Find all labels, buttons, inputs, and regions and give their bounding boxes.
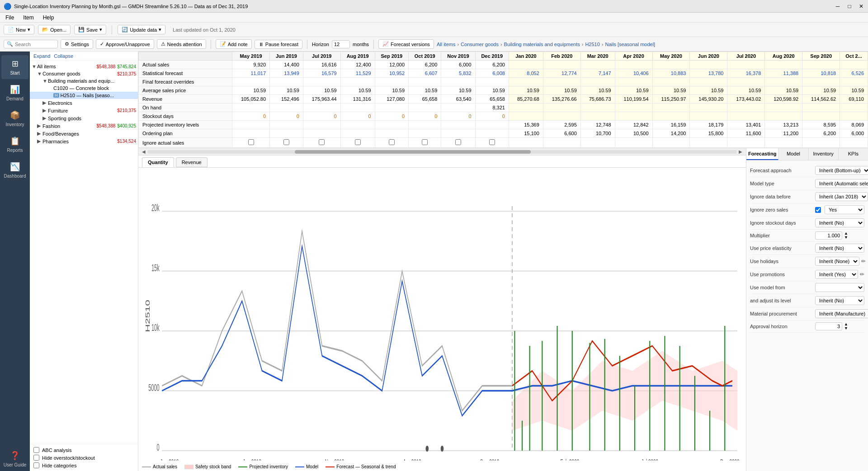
table-cell[interactable] bbox=[375, 138, 408, 148]
rp-select[interactable] bbox=[815, 283, 864, 292]
spin-down[interactable]: ▼ bbox=[844, 326, 848, 330]
tree-toggle[interactable]: ▶ bbox=[42, 100, 48, 106]
ignore-sales-checkbox[interactable] bbox=[319, 139, 325, 145]
rp-select[interactable]: Inherit (No) bbox=[815, 296, 864, 305]
hide-overstock-checkbox[interactable] bbox=[33, 455, 39, 461]
rp-tab-model[interactable]: Model bbox=[778, 148, 808, 160]
tree-toggle[interactable]: ▼ bbox=[42, 78, 48, 84]
tree-toggle[interactable]: ▶ bbox=[37, 131, 42, 137]
tree-item[interactable]: C1020 — Concrete block bbox=[30, 85, 138, 92]
rp-number-input[interactable] bbox=[815, 231, 842, 240]
table-cell[interactable] bbox=[270, 138, 303, 148]
nav-demand[interactable]: 📊 Demand bbox=[1, 81, 28, 105]
tree-item[interactable]: ▶Pharmacies$134,524 bbox=[30, 137, 138, 145]
table-cell[interactable] bbox=[409, 138, 441, 148]
tree-toggle[interactable]: ▶ bbox=[37, 123, 42, 129]
hide-categories-checkbox-row[interactable]: Hide categories bbox=[33, 462, 134, 468]
table-cell[interactable] bbox=[475, 138, 509, 148]
tree-toggle[interactable]: ▶ bbox=[42, 108, 48, 113]
tree-toggle[interactable]: ▶ bbox=[37, 138, 42, 144]
scroll-left-arrow[interactable]: ◀ bbox=[142, 149, 146, 154]
tree-item[interactable]: ▼Consumer goods$210,375 bbox=[30, 70, 138, 77]
abc-analysis-checkbox[interactable] bbox=[33, 447, 39, 453]
nav-inventory[interactable]: 📦 Inventory bbox=[1, 107, 28, 131]
needs-attention-button[interactable]: ⚠ Needs attention bbox=[157, 39, 206, 49]
menu-item[interactable]: Item bbox=[21, 14, 35, 21]
ignore-sales-checkbox[interactable] bbox=[455, 139, 461, 145]
rp-select[interactable]: Inherit (No) bbox=[815, 244, 864, 253]
maximize-button[interactable]: □ bbox=[846, 3, 853, 9]
rp-tab-inventory[interactable]: Inventory bbox=[809, 148, 839, 160]
table-cell[interactable] bbox=[303, 138, 340, 148]
breadcrumb-h2510[interactable]: H2510 bbox=[585, 42, 599, 47]
edit-icon[interactable]: ✏ bbox=[860, 271, 864, 278]
tree-toggle[interactable]: ▼ bbox=[32, 64, 37, 69]
tree-item[interactable]: ▶Furniture$210,375 bbox=[30, 107, 138, 114]
settings-button[interactable]: ⚙ Settings bbox=[61, 39, 93, 49]
hide-categories-checkbox[interactable] bbox=[33, 462, 39, 468]
menu-help[interactable]: Help bbox=[41, 14, 56, 21]
collapse-link[interactable]: Collapse bbox=[54, 53, 73, 59]
rp-tab-forecasting[interactable]: Forecasting bbox=[746, 148, 778, 160]
save-button[interactable]: 💾 Save ▾ bbox=[74, 25, 106, 34]
tree-item[interactable]: ▼Building materials and equip... bbox=[30, 77, 138, 85]
nav-reports[interactable]: 📋 Reports bbox=[1, 132, 28, 156]
breadcrumb-all-items[interactable]: All items bbox=[437, 42, 456, 47]
ignore-sales-checkbox[interactable] bbox=[283, 139, 289, 145]
nav-start[interactable]: ⊞ Start bbox=[1, 55, 28, 79]
ignore-sales-checkbox[interactable] bbox=[489, 139, 495, 145]
new-button[interactable]: 📄 New ▾ bbox=[4, 25, 34, 34]
nav-user-guide[interactable]: ❓ User Guide bbox=[1, 447, 28, 471]
tree-item[interactable]: ▶Sporting goods bbox=[30, 114, 138, 122]
breadcrumb-consumer-goods[interactable]: Consumer goods bbox=[461, 42, 499, 47]
search-box[interactable]: 🔍 bbox=[4, 40, 58, 48]
scroll-track[interactable] bbox=[147, 150, 737, 154]
rp-checkbox[interactable] bbox=[815, 207, 821, 213]
tree-toggle[interactable]: ▶ bbox=[42, 115, 48, 121]
close-button[interactable]: ✕ bbox=[858, 3, 864, 9]
tree-item[interactable]: ▼All items$548,388$745,824 bbox=[30, 63, 138, 70]
rp-tab-kpis[interactable]: KPIs bbox=[839, 148, 868, 160]
tab-quantity[interactable]: Quantity bbox=[142, 157, 174, 167]
tab-revenue[interactable]: Revenue bbox=[176, 157, 208, 167]
data-table-container[interactable]: May 2019 Jun 2019 Jul 2019 Aug 2019 Sep … bbox=[138, 52, 868, 148]
ignore-sales-checkbox[interactable] bbox=[355, 139, 361, 145]
spin-down[interactable]: ▼ bbox=[844, 236, 848, 240]
rp-number-input[interactable] bbox=[815, 322, 842, 330]
table-cell[interactable] bbox=[340, 138, 375, 148]
ignore-sales-checkbox[interactable] bbox=[422, 139, 428, 145]
add-note-button[interactable]: 📝 Add note bbox=[216, 39, 252, 49]
rp-select[interactable]: Inherit (Manufacture) bbox=[815, 309, 868, 318]
rp-spin[interactable]: ▲▼ bbox=[844, 231, 848, 240]
rp-select[interactable]: Inherit (Jan 2018) bbox=[815, 192, 868, 201]
rp-select[interactable]: Yes bbox=[825, 205, 864, 214]
rp-select[interactable]: Inherit (None) bbox=[815, 257, 859, 266]
approve-button[interactable]: ✓ Approve/Unapprove bbox=[96, 39, 154, 49]
search-input[interactable] bbox=[15, 42, 56, 47]
pause-forecast-button[interactable]: ⏸ Pause forecast bbox=[255, 40, 302, 49]
table-cell[interactable] bbox=[441, 138, 475, 148]
hide-overstock-checkbox-row[interactable]: Hide overstock/stockout bbox=[33, 455, 134, 461]
abc-analysis-checkbox-row[interactable]: ABC analysis bbox=[33, 447, 134, 453]
minimize-button[interactable]: ─ bbox=[835, 3, 841, 9]
tree-toggle[interactable]: ▼ bbox=[37, 71, 42, 76]
update-data-button[interactable]: 🔄 Update data ▾ bbox=[118, 25, 165, 34]
tree-item[interactable]: ▶Food/Beverages bbox=[30, 130, 138, 137]
table-cell[interactable] bbox=[232, 138, 270, 148]
ignore-sales-checkbox[interactable] bbox=[248, 139, 254, 145]
breadcrumb-building-materials[interactable]: Building materials and equipments bbox=[504, 42, 580, 47]
forecast-versions-button[interactable]: 📈 Forecast versions bbox=[378, 39, 434, 49]
expand-link[interactable]: Expand bbox=[33, 53, 50, 59]
tree-item[interactable]: ▶Fashion$548,388$400,925 bbox=[30, 122, 138, 130]
menu-file[interactable]: File bbox=[4, 14, 16, 21]
tree-item[interactable]: ▶Electronics bbox=[30, 99, 138, 107]
rp-spin[interactable]: ▲▼ bbox=[844, 322, 848, 330]
rp-select[interactable]: Inherit (Yes) bbox=[815, 270, 858, 279]
rp-select[interactable]: Inherit (Bottom-up) bbox=[815, 166, 868, 175]
tree-item[interactable]: HH2510 — Nails [seaso... bbox=[30, 92, 138, 99]
scroll-right-arrow[interactable]: ▶ bbox=[739, 149, 742, 154]
nav-dashboard[interactable]: 📉 Dashboard bbox=[1, 158, 28, 182]
rp-select[interactable]: Inherit (No) bbox=[815, 218, 864, 227]
breadcrumb-nails[interactable]: Nails [seasonal model] bbox=[605, 42, 655, 47]
ignore-sales-checkbox[interactable] bbox=[389, 139, 395, 145]
